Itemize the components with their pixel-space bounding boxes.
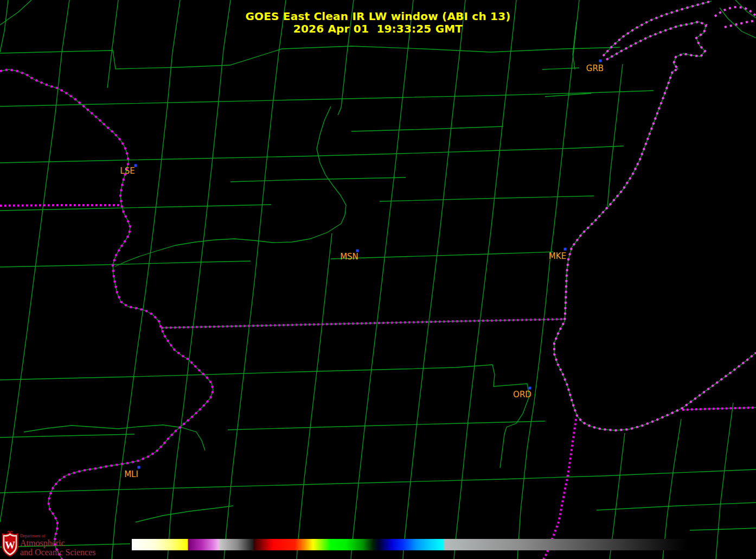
aos-logo: W Department of Atmospheric and Oceanic … — [2, 530, 126, 559]
uw-crest-icon: W — [2, 530, 18, 559]
station-label-msn: MSN — [340, 252, 358, 262]
svg-text:W: W — [5, 539, 15, 551]
logo-line2: and Oceanic Sciences — [20, 548, 95, 557]
timestamp: 2026 Apr 01 19:33:25 GMT — [0, 23, 756, 35]
product-title: GOES East Clean IR LW window (ABI ch 13) — [0, 10, 756, 23]
station-label-lse: LSE — [120, 166, 134, 176]
image-title-block: GOES East Clean IR LW window (ABI ch 13)… — [0, 10, 756, 35]
station-label-mke: MKE — [549, 251, 566, 261]
station-label-mli: MLI — [124, 469, 138, 479]
ir-temperature-colorbar — [0, 0, 756, 559]
station-label-grb: GRB — [586, 63, 604, 73]
logo-line1: Atmospheric — [20, 539, 65, 548]
station-label-ord: ORD — [513, 390, 531, 399]
satellite-image-viewport: GOES East Clean IR LW window (ABI ch 13)… — [0, 0, 756, 559]
ir-colorbar-gradient — [132, 539, 688, 550]
logo-dept-text: Department of — [20, 534, 45, 538]
